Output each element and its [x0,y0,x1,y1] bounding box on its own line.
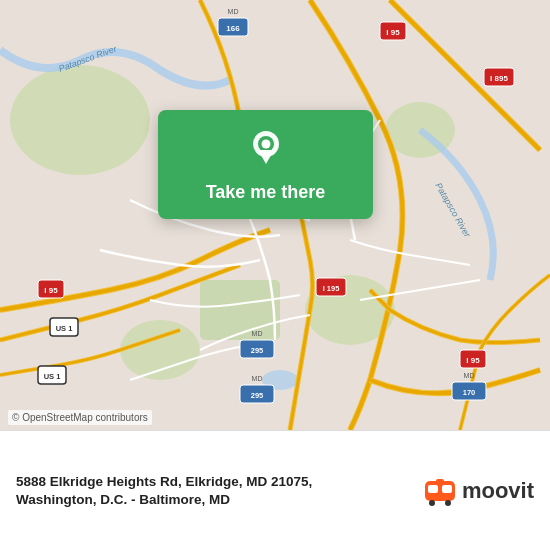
svg-text:I 95: I 95 [386,28,400,37]
take-me-there-button[interactable]: Take me there [206,182,326,203]
svg-marker-38 [258,150,274,164]
svg-text:295: 295 [251,391,264,400]
svg-text:I 95: I 95 [44,286,58,295]
svg-rect-5 [200,280,280,340]
svg-point-1 [10,65,150,175]
address-section: 5888 Elkridge Heights Rd, Elkridge, MD 2… [16,474,412,507]
location-pin-icon [244,128,288,172]
svg-text:I 895: I 895 [490,74,508,83]
moovit-logo: moovit [422,473,534,509]
svg-text:MD: MD [252,330,263,337]
svg-text:MD: MD [228,8,239,15]
navigation-card: Take me there [158,110,373,219]
svg-text:I 195: I 195 [323,284,340,293]
svg-text:166: 166 [226,24,240,33]
svg-rect-40 [428,485,438,493]
svg-text:170: 170 [463,388,476,397]
address-line1: 5888 Elkridge Heights Rd, Elkridge, MD 2… [16,474,412,489]
svg-point-42 [429,500,435,506]
svg-text:MD: MD [252,375,263,382]
svg-text:MD: MD [464,372,475,379]
moovit-icon [422,473,458,509]
svg-point-37 [261,140,270,149]
svg-rect-44 [436,479,444,483]
svg-text:US 1: US 1 [56,324,73,333]
svg-text:US 1: US 1 [44,372,61,381]
svg-point-43 [445,500,451,506]
osm-attribution: © OpenStreetMap contributors [8,410,152,425]
map-container: 166 MD I 95 I 895 I 95 US 1 US 1 I 195 I… [0,0,550,550]
address-line2: Washington, D.C. - Baltimore, MD [16,492,412,507]
svg-text:295: 295 [251,346,264,355]
svg-rect-41 [442,485,452,493]
svg-text:I 95: I 95 [466,356,480,365]
bottom-info-bar: 5888 Elkridge Heights Rd, Elkridge, MD 2… [0,430,550,550]
moovit-brand-name: moovit [462,478,534,504]
